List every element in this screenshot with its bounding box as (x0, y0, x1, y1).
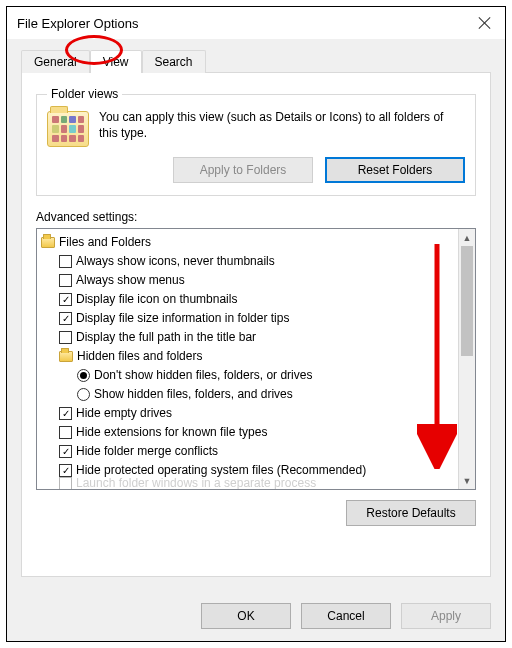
checkbox-icon[interactable] (59, 312, 72, 325)
radio-icon[interactable] (77, 388, 90, 401)
tree-row[interactable]: Show hidden files, folders, and drives (41, 385, 456, 404)
tree-root[interactable]: Files and Folders (41, 233, 456, 252)
folder-views-legend: Folder views (47, 87, 122, 101)
checkbox-icon[interactable] (59, 255, 72, 268)
tree-item-label: Hide folder merge conflicts (76, 442, 218, 461)
dialog-window: File Explorer Options General View Searc… (6, 6, 506, 642)
dialog-buttons: OK Cancel Apply (7, 591, 505, 641)
scroll-thumb[interactable] (461, 246, 473, 356)
scroll-up-icon[interactable]: ▲ (459, 229, 475, 246)
tree-row[interactable]: Always show menus (41, 271, 456, 290)
tree-item-label: Display file size information in folder … (76, 309, 289, 328)
tree-item-label: Always show menus (76, 271, 185, 290)
tree-row[interactable]: Hide extensions for known file types (41, 423, 456, 442)
tree-item-label: Display file icon on thumbnails (76, 290, 237, 309)
tree-row-cutoff: Launch folder windows in a separate proc… (41, 474, 456, 489)
checkbox-icon[interactable] (59, 274, 72, 287)
folder-views-group: Folder views You can apply this view (su… (36, 87, 476, 196)
vertical-scrollbar[interactable]: ▲ ▼ (458, 229, 475, 489)
tree-row[interactable]: Don't show hidden files, folders, or dri… (41, 366, 456, 385)
tree-item-label: Always show icons, never thumbnails (76, 252, 275, 271)
checkbox-icon[interactable] (59, 426, 72, 439)
folder-icon (59, 351, 73, 362)
scroll-down-icon[interactable]: ▼ (459, 472, 475, 489)
tree-row[interactable]: Hide empty drives (41, 404, 456, 423)
tree-row[interactable]: Always show icons, never thumbnails (41, 252, 456, 271)
checkbox-icon (59, 477, 72, 489)
folder-views-text: You can apply this view (such as Details… (99, 109, 465, 141)
checkbox-icon[interactable] (59, 331, 72, 344)
tree-row[interactable]: Hide folder merge conflicts (41, 442, 456, 461)
checkbox-icon[interactable] (59, 293, 72, 306)
tab-general[interactable]: General (21, 50, 90, 73)
tree-row[interactable]: Display the full path in the title bar (41, 328, 456, 347)
ok-button[interactable]: OK (201, 603, 291, 629)
reset-folders-button[interactable]: Reset Folders (325, 157, 465, 183)
tree-item-label: Display the full path in the title bar (76, 328, 256, 347)
tab-strip: General View Search (21, 49, 491, 72)
tab-search[interactable]: Search (142, 50, 206, 73)
tree-row[interactable]: Display file size information in folder … (41, 309, 456, 328)
tree-row[interactable]: Display file icon on thumbnails (41, 290, 456, 309)
tab-view[interactable]: View (90, 50, 142, 73)
radio-icon[interactable] (77, 369, 90, 382)
tree-root-label: Files and Folders (59, 233, 151, 252)
advanced-settings-label: Advanced settings: (36, 210, 476, 224)
cancel-button[interactable]: Cancel (301, 603, 391, 629)
client-area: General View Search Folder views You can… (7, 39, 505, 591)
apply-button[interactable]: Apply (401, 603, 491, 629)
folder-icon (47, 111, 89, 147)
tree-content[interactable]: Files and FoldersAlways show icons, neve… (37, 229, 458, 489)
restore-defaults-button[interactable]: Restore Defaults (346, 500, 476, 526)
tab-panel-view: Folder views You can apply this view (su… (21, 72, 491, 577)
folder-icon (41, 237, 55, 248)
tree-item-label: Hide empty drives (76, 404, 172, 423)
checkbox-icon[interactable] (59, 407, 72, 420)
tree-row[interactable]: Hidden files and folders (41, 347, 456, 366)
close-icon[interactable] (477, 15, 493, 31)
tree-item-label: Don't show hidden files, folders, or dri… (94, 366, 312, 385)
apply-to-folders-button[interactable]: Apply to Folders (173, 157, 313, 183)
tree-item-label: Hide extensions for known file types (76, 423, 267, 442)
advanced-settings-tree: Files and FoldersAlways show icons, neve… (36, 228, 476, 490)
tree-item-label: Hidden files and folders (77, 347, 202, 366)
checkbox-icon[interactable] (59, 445, 72, 458)
tree-item-label: Show hidden files, folders, and drives (94, 385, 293, 404)
tree-item-label: Launch folder windows in a separate proc… (76, 474, 316, 489)
window-title: File Explorer Options (17, 16, 138, 31)
title-bar: File Explorer Options (7, 7, 505, 39)
